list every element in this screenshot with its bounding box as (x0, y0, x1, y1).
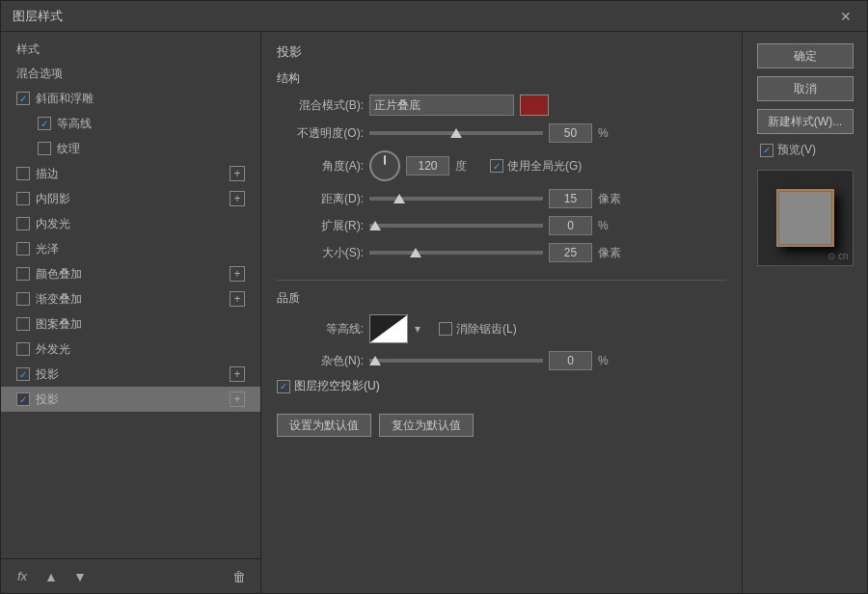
blend-options-header[interactable]: 混合选项 (1, 62, 260, 86)
gradient-overlay-checkbox[interactable] (16, 292, 30, 306)
size-slider[interactable] (369, 251, 543, 255)
blend-mode-select[interactable]: 正片叠底 (369, 94, 514, 116)
size-slider-container (369, 243, 543, 262)
satin-label: 光泽 (36, 241, 245, 257)
opacity-slider-container (369, 123, 543, 143)
sidebar-item-satin[interactable]: 光泽 (1, 236, 260, 261)
bevel-label: 斜面和浮雕 (36, 91, 245, 107)
color-swatch[interactable] (520, 94, 549, 116)
anti-alias-checkbox[interactable] (439, 322, 452, 336)
sidebar-item-drop-shadow-1[interactable]: 投影 + (1, 362, 260, 387)
global-light-checkbox[interactable] (490, 159, 503, 173)
contour-preview[interactable] (369, 314, 408, 343)
distance-label: 距离(D): (277, 191, 364, 207)
outer-glow-label: 外发光 (36, 341, 245, 358)
inner-shadow-add-button[interactable]: + (230, 191, 245, 206)
quality-title: 品质 (277, 290, 726, 307)
gradient-overlay-add-button[interactable]: + (230, 291, 245, 307)
noise-slider-container (369, 351, 543, 370)
distance-slider-container (369, 189, 543, 208)
drop-shadow2-checkbox[interactable] (16, 392, 30, 406)
dialog-content: 样式 混合选项 斜面和浮雕 等高线 纹 (1, 32, 867, 593)
sidebar-item-inner-glow[interactable]: 内发光 (1, 211, 260, 236)
pattern-overlay-label: 图案叠加 (36, 316, 245, 333)
sidebar-item-bevel[interactable]: 斜面和浮雕 (1, 86, 260, 111)
texture-label: 纹理 (57, 141, 245, 157)
blend-mode-label: 混合模式(B): (277, 97, 364, 114)
gradient-overlay-label: 渐变叠加 (36, 291, 230, 308)
spread-input[interactable]: 0 (549, 216, 592, 235)
drop-shadow2-label: 投影 (36, 392, 230, 408)
sidebar-item-gradient-overlay[interactable]: 渐变叠加 + (1, 286, 260, 311)
sidebar-item-outer-glow[interactable]: 外发光 (1, 337, 260, 362)
stroke-label: 描边 (36, 166, 230, 182)
drop-shadow1-add-button[interactable]: + (230, 366, 245, 382)
close-button[interactable]: ✕ (836, 7, 855, 26)
inner-shadow-checkbox[interactable] (16, 192, 30, 205)
opacity-slider[interactable] (369, 131, 543, 135)
layer-style-dialog: 图层样式 ✕ 样式 混合选项 斜面和浮雕 (0, 0, 868, 594)
move-up-button[interactable]: ▲ (40, 565, 63, 588)
bevel-checkbox[interactable] (16, 92, 30, 105)
layer-knockout-label: 图层挖空投影(U) (294, 378, 380, 394)
inner-shadow-label: 内阴影 (36, 191, 230, 207)
size-row: 大小(S): 25 像素 (277, 243, 726, 262)
distance-unit: 像素 (598, 191, 627, 207)
reset-default-button[interactable]: 复位为默认值 (379, 414, 474, 437)
blend-mode-container: 正片叠底 (369, 94, 549, 116)
drop-shadow-title: 投影 (277, 43, 726, 61)
outer-glow-checkbox[interactable] (16, 342, 30, 356)
spread-slider[interactable] (369, 224, 543, 228)
texture-checkbox[interactable] (38, 142, 51, 155)
drop-shadow2-add-button[interactable]: + (230, 392, 245, 407)
color-overlay-checkbox[interactable] (16, 267, 30, 281)
drop-shadow1-checkbox[interactable] (16, 367, 30, 381)
preview-row: 预览(V) (760, 142, 816, 158)
angle-dial[interactable] (369, 150, 400, 181)
preview-label: 预览(V) (777, 142, 816, 158)
angle-unit: 度 (455, 158, 484, 175)
distance-input[interactable]: 15 (549, 189, 592, 208)
noise-row: 杂色(N): 0 % (277, 351, 726, 370)
set-default-button[interactable]: 设置为默认值 (277, 414, 371, 437)
ok-button[interactable]: 确定 (757, 43, 854, 68)
noise-slider[interactable] (369, 359, 543, 363)
fx-button[interactable]: fx (11, 565, 34, 588)
opacity-input[interactable]: 50 (549, 123, 592, 143)
preview-thumbnail (776, 189, 834, 247)
stroke-add-button[interactable]: + (230, 166, 245, 181)
inner-glow-checkbox[interactable] (16, 217, 30, 230)
pattern-overlay-checkbox[interactable] (16, 317, 30, 331)
noise-unit: % (598, 354, 627, 367)
stroke-checkbox[interactable] (16, 167, 30, 180)
opacity-row: 不透明度(O): 50 % (277, 123, 726, 143)
noise-input[interactable]: 0 (549, 351, 592, 370)
sidebar-item-texture[interactable]: 纹理 (22, 136, 260, 161)
opacity-unit: % (598, 126, 627, 140)
color-overlay-add-button[interactable]: + (230, 266, 245, 282)
spread-row: 扩展(R): 0 % (277, 216, 726, 235)
satin-checkbox[interactable] (16, 242, 30, 256)
size-input[interactable]: 25 (549, 243, 592, 262)
style-list: 样式 混合选项 斜面和浮雕 等高线 纹 (1, 32, 260, 558)
cancel-button[interactable]: 取消 (757, 76, 854, 101)
sidebar-item-color-overlay[interactable]: 颜色叠加 + (1, 261, 260, 286)
contour-dropdown-arrow[interactable]: ▾ (412, 319, 423, 338)
move-down-button[interactable]: ▼ (68, 565, 92, 588)
sidebar-item-pattern-overlay[interactable]: 图案叠加 (1, 311, 260, 337)
distance-slider[interactable] (369, 197, 543, 201)
inner-glow-label: 内发光 (36, 216, 245, 232)
sidebar-item-contour[interactable]: 等高线 (22, 111, 260, 136)
new-style-button[interactable]: 新建样式(W)... (757, 109, 854, 134)
contour-checkbox[interactable] (38, 117, 51, 130)
right-panel: 确定 取消 新建样式(W)... 预览(V) ⊙ cn (742, 32, 867, 593)
sidebar-item-drop-shadow-2[interactable]: 投影 + (1, 387, 260, 412)
delete-button[interactable]: 🗑 (228, 565, 251, 588)
angle-input[interactable]: 120 (406, 156, 449, 176)
blend-mode-row: 混合模式(B): 正片叠底 (277, 94, 726, 116)
layer-knockout-checkbox[interactable] (277, 380, 290, 393)
sidebar-item-stroke[interactable]: 描边 + (1, 161, 260, 186)
preview-checkbox[interactable] (760, 144, 773, 157)
color-overlay-label: 颜色叠加 (36, 266, 230, 283)
sidebar-item-inner-shadow[interactable]: 内阴影 + (1, 186, 260, 211)
